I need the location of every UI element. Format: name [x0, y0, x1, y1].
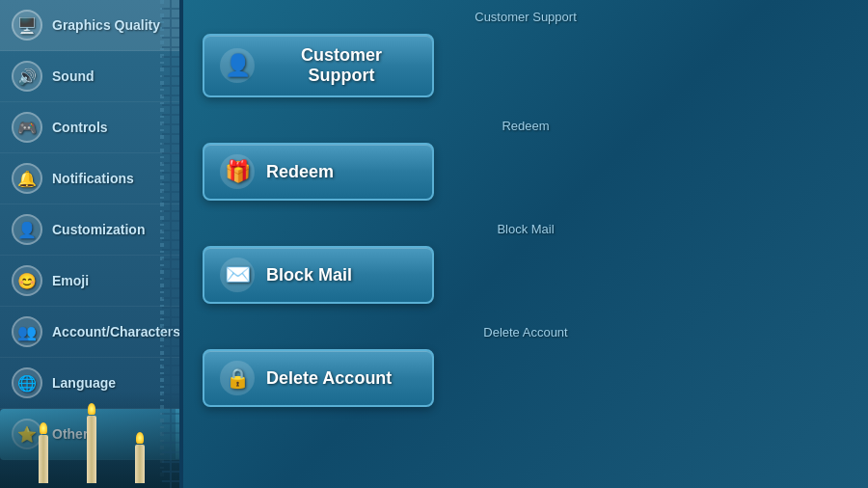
blockmail-icon — [220, 258, 255, 292]
candle-flame — [88, 403, 95, 415]
block-mail-label: Block Mail — [266, 265, 352, 285]
delete-account-content: Delete Account — [183, 345, 868, 419]
main-content: Customer Support Customer Support Redeem… — [183, 0, 868, 488]
controls-icon: 🎮 — [12, 112, 42, 143]
block-mail-section: Block Mail Block Mail — [183, 212, 868, 315]
delete-icon — [220, 361, 255, 395]
sidebar-item-label: Emoji — [52, 273, 89, 288]
block-mail-content: Block Mail — [183, 242, 868, 315]
customer-support-button[interactable]: Customer Support — [203, 34, 434, 97]
candle-body — [135, 445, 145, 483]
customization-icon: 👤 — [12, 214, 42, 245]
sidebar-item-label: Notifications — [52, 171, 134, 186]
sidebar-item-label: Controls — [52, 120, 108, 135]
sidebar-item-emoji[interactable]: 😊 Emoji — [0, 256, 179, 307]
customer-support-section: Customer Support Customer Support — [183, 0, 868, 109]
support-icon — [220, 48, 255, 83]
redeem-content: Redeem — [183, 139, 868, 212]
sidebar-item-label: Language — [52, 375, 116, 391]
candle-body — [39, 435, 48, 483]
candle-right — [135, 432, 145, 483]
candle-decoration — [0, 392, 183, 488]
delete-account-header: Delete Account — [183, 315, 868, 345]
delete-account-label: Delete Account — [266, 368, 392, 389]
delete-account-button[interactable]: Delete Account — [203, 349, 434, 407]
sound-icon: 🔊 — [12, 61, 42, 92]
sidebar-item-label: Graphics Quality — [52, 17, 160, 33]
block-mail-button[interactable]: Block Mail — [203, 246, 434, 304]
candle-flame — [40, 422, 47, 434]
redeem-icon — [220, 154, 255, 189]
candle-body — [87, 416, 96, 483]
candle-center — [87, 403, 96, 483]
sidebar-item-account-characters[interactable]: 👥 Account/Characters — [0, 307, 179, 358]
sidebar-item-sound[interactable]: 🔊 Sound — [0, 51, 179, 102]
customer-support-header: Customer Support — [183, 0, 868, 30]
sidebar-item-label: Account/Characters — [52, 324, 180, 339]
customer-support-label: Customer Support — [266, 45, 417, 86]
notifications-icon: 🔔 — [12, 163, 42, 194]
sidebar-item-graphics-quality[interactable]: 🖥️ Graphics Quality — [0, 0, 179, 51]
customer-support-content: Customer Support — [183, 30, 868, 109]
delete-account-section: Delete Account Delete Account — [183, 315, 868, 419]
candle-flame — [136, 432, 144, 444]
graphics-quality-icon: 🖥️ — [12, 10, 42, 41]
redeem-label: Redeem — [266, 162, 334, 182]
sidebar-item-label: Customization — [52, 222, 145, 237]
sidebar-item-notifications[interactable]: 🔔 Notifications — [0, 153, 179, 204]
sidebar-item-controls[interactable]: 🎮 Controls — [0, 102, 179, 153]
redeem-section: Redeem Redeem — [183, 109, 868, 212]
account-icon: 👥 — [12, 316, 42, 347]
block-mail-header: Block Mail — [183, 212, 868, 242]
redeem-button[interactable]: Redeem — [203, 143, 434, 201]
emoji-icon: 😊 — [12, 265, 42, 296]
sidebar-item-label: Sound — [52, 68, 95, 84]
candle-left — [39, 422, 48, 483]
redeem-header: Redeem — [183, 109, 868, 139]
sidebar: 🖥️ Graphics Quality 🔊 Sound 🎮 Controls 🔔… — [0, 0, 183, 488]
sidebar-item-customization[interactable]: 👤 Customization — [0, 204, 179, 256]
